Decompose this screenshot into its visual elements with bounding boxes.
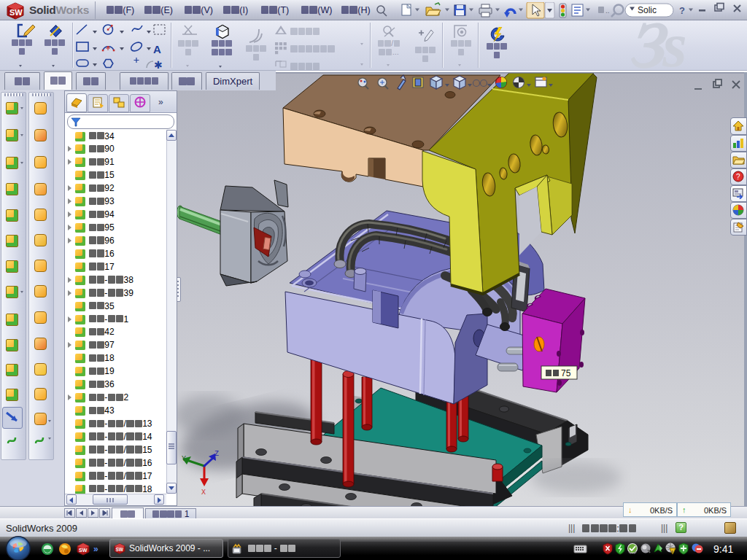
svg-text:..: .. <box>605 7 610 15</box>
svg-text:SW: SW <box>9 8 23 17</box>
svg-text:✱: ✱ <box>154 59 163 69</box>
svg-text:?: ? <box>679 5 685 16</box>
svg-text:»: » <box>93 544 98 554</box>
svg-text:SW: SW <box>116 547 124 552</box>
svg-text:?: ? <box>736 173 740 181</box>
svg-text:!: ! <box>672 550 673 554</box>
svg-text:A: A <box>153 43 161 55</box>
svg-text:X: X <box>201 489 206 497</box>
svg-text:Z: Z <box>214 450 219 458</box>
svg-text:SW: SW <box>79 548 88 553</box>
svg-text:75: 75 <box>561 368 571 378</box>
svg-text:Y: Y <box>182 455 186 463</box>
svg-text:Solic: Solic <box>638 5 657 15</box>
